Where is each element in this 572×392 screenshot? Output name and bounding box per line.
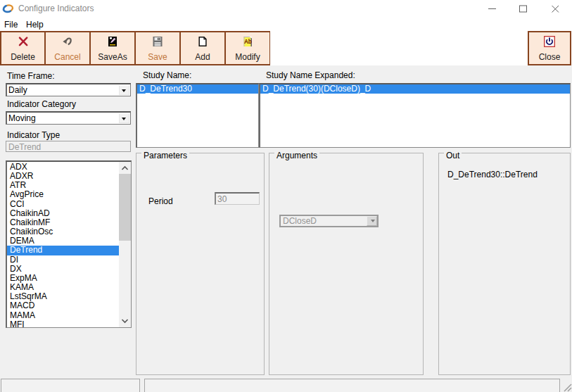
svg-text:Ab: Ab — [244, 39, 252, 45]
